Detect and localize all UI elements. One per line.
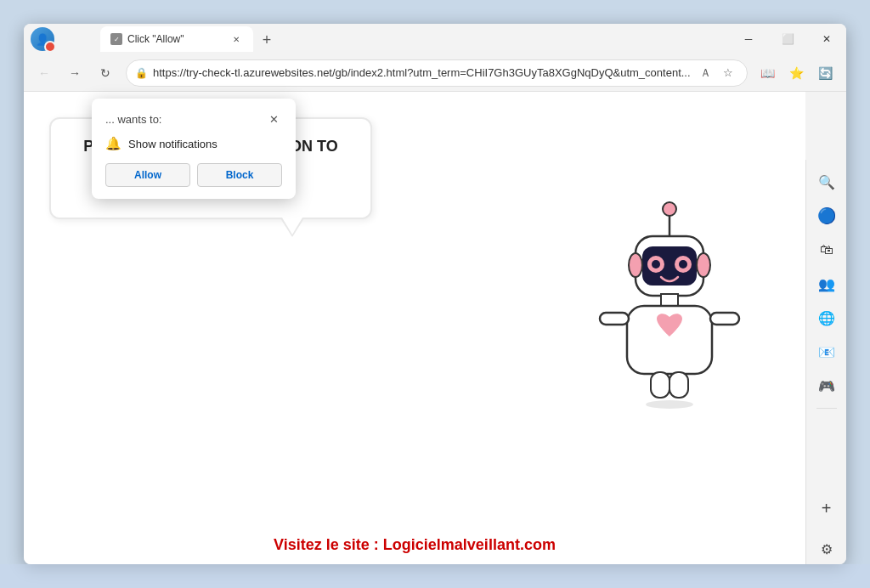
browser-essentials-button[interactable]: 🔄 [812, 59, 839, 87]
popup-buttons: Allow Block [105, 163, 282, 187]
active-tab[interactable]: ✓ Click "Allow" ✕ [100, 26, 253, 52]
svg-rect-14 [651, 372, 669, 398]
sidebar-search-button[interactable]: 🔍 [811, 167, 842, 197]
forward-button[interactable]: → [61, 59, 88, 87]
sidebar-discover-button[interactable]: 🔵 [811, 201, 842, 231]
favorite-icon[interactable]: ☆ [718, 63, 738, 83]
address-bar[interactable]: 🔒 https://try-check-tl.azurewebsites.net… [126, 59, 748, 87]
svg-rect-15 [669, 372, 688, 398]
title-bar: 👤 ✓ Click "Allow" ✕ + ─ ⬜ ✕ [24, 24, 846, 54]
sidebar-outlook-button[interactable]: 📧 [811, 336, 842, 367]
svg-rect-10 [661, 294, 678, 306]
popup-permission-row: 🔔 Show notifications [105, 136, 282, 151]
sidebar-shopping-button[interactable]: 🛍 [811, 235, 842, 265]
sidebar-divider [816, 408, 837, 409]
minimize-button[interactable]: ─ [729, 24, 768, 54]
permission-text: Show notifications [128, 138, 218, 150]
edge-sidebar: 🔍 🔵 🛍 👥 🌐 📧 🎮 + ⚙ [805, 160, 846, 564]
popup-close-button[interactable]: ✕ [265, 110, 282, 127]
svg-rect-11 [627, 306, 712, 374]
sidebar-add-button[interactable]: + [811, 493, 842, 523]
block-button[interactable]: Block [197, 163, 282, 187]
sidebar-profile-button[interactable]: 👥 [811, 269, 842, 299]
favorites-button[interactable]: ⭐ [783, 59, 811, 87]
bell-icon: 🔔 [105, 136, 121, 151]
refresh-button[interactable]: ↻ [92, 59, 119, 87]
allow-button[interactable]: Allow [105, 163, 190, 187]
notification-popup: ... wants to: ✕ 🔔 Show notifications All… [92, 99, 296, 199]
sidebar-games-button[interactable]: 🎮 [811, 370, 842, 401]
window-controls: ─ ⬜ ✕ [729, 24, 846, 54]
maximize-button[interactable]: ⬜ [768, 24, 807, 54]
taskbar [0, 564, 870, 588]
tab-close-button[interactable]: ✕ [229, 32, 243, 46]
tab-favicon: ✓ [110, 33, 122, 45]
translate-icon[interactable]: Ａ [696, 63, 716, 83]
close-button[interactable]: ✕ [807, 24, 846, 54]
new-tab-button[interactable]: + [255, 28, 279, 52]
profile-icon[interactable]: 👤 [31, 27, 54, 51]
robot-illustration [585, 194, 771, 449]
svg-point-6 [652, 260, 660, 269]
svg-point-16 [646, 400, 693, 409]
back-button[interactable]: ← [31, 59, 58, 87]
svg-rect-13 [710, 313, 739, 325]
svg-rect-12 [600, 313, 629, 325]
address-bar-icons: Ａ ☆ [696, 63, 738, 83]
sidebar-bing-button[interactable]: 🌐 [811, 302, 842, 333]
popup-header-text: ... wants to: [105, 113, 161, 126]
svg-point-7 [679, 260, 687, 269]
watermark-text: Visitez le site : Logicielmalveillant.co… [274, 536, 556, 554]
extensions-button[interactable]: 🧩 [841, 59, 846, 87]
tab-title: Click "Allow" [127, 33, 224, 45]
svg-point-0 [663, 202, 676, 216]
toolbar-right-icons: 📖 ⭐ 🔄 🧩 ⋯ 🔵 [754, 59, 846, 87]
toolbar: ← → ↻ 🔒 https://try-check-tl.azurewebsit… [24, 54, 846, 92]
popup-header: ... wants to: ✕ [105, 110, 282, 127]
tab-bar: ✓ Click "Allow" ✕ + [66, 26, 839, 52]
svg-point-8 [629, 253, 642, 277]
url-text: https://try-check-tl.azurewebsites.net/g… [153, 66, 691, 79]
sidebar-settings-button[interactable]: ⚙ [811, 534, 842, 564]
browser-window: 👤 ✓ Click "Allow" ✕ + ─ ⬜ ✕ ← → ↻ 🔒 http… [24, 24, 846, 564]
lock-icon: 🔒 [135, 67, 148, 79]
svg-point-9 [697, 253, 710, 277]
collections-button[interactable]: 📖 [754, 59, 782, 87]
